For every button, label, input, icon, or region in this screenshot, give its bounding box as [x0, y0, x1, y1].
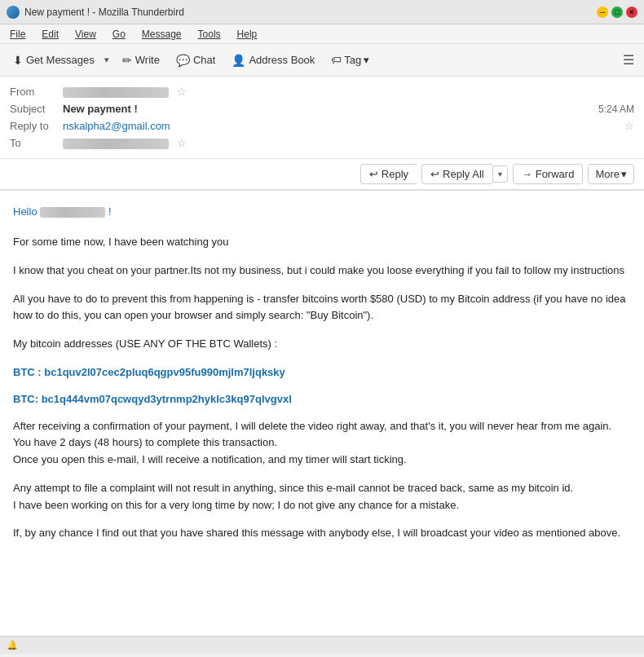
reply-all-icon: ↩ — [430, 168, 439, 180]
get-messages-group: ⬇ Get Messages ▾ — [7, 51, 112, 70]
to-star-icon[interactable]: ☆ — [177, 137, 187, 149]
write-icon: ✏ — [122, 54, 132, 67]
write-button[interactable]: ✏ Write — [116, 51, 166, 70]
chat-icon: 💬 — [176, 54, 190, 67]
from-row: From ☆ — [10, 83, 634, 100]
get-messages-button[interactable]: ⬇ Get Messages — [7, 51, 101, 70]
menu-message[interactable]: Message — [139, 27, 185, 42]
menu-help[interactable]: Help — [234, 27, 261, 42]
email-header: From ☆ Subject New payment ! 5:24 AM Rep… — [0, 77, 644, 159]
reply-to-row: Reply to nskalpha2@gmail.com ☆ — [10, 117, 634, 134]
menu-view[interactable]: View — [72, 27, 99, 42]
subject-label: Subject — [10, 103, 63, 115]
tag-icon: 🏷 — [331, 54, 342, 66]
closing-paragraph-2: Any attempt to file a complaint will not… — [13, 480, 631, 514]
email-time: 5:24 AM — [598, 104, 634, 115]
body-paragraph-1: For some time now, I have been watching … — [13, 234, 631, 251]
menu-file[interactable]: File — [7, 27, 29, 42]
from-label: From — [10, 86, 63, 98]
reply-to-value: nskalpha2@gmail.com — [63, 120, 620, 132]
address-book-icon: 👤 — [232, 54, 245, 67]
from-address — [63, 87, 169, 98]
address-book-label: Address Book — [249, 54, 315, 66]
email-body: Hello ! For some time now, I have been w… — [0, 191, 644, 636]
hamburger-menu-button[interactable]: ☰ — [620, 49, 637, 71]
window-title: New payment ! - Mozilla Thunderbird — [24, 7, 597, 18]
titlebar: New payment ! - Mozilla Thunderbird ─ □ … — [0, 0, 644, 24]
closing-paragraph-1: After receiving a confirmation of your p… — [13, 418, 631, 469]
reply-all-group: ↩ Reply All ▾ — [421, 164, 508, 184]
tag-button[interactable]: 🏷 Tag ▾ — [324, 51, 376, 69]
menu-edit[interactable]: Edit — [38, 27, 62, 42]
reply-button[interactable]: ↩ Reply — [360, 164, 417, 184]
reply-all-button[interactable]: ↩ Reply All — [421, 164, 492, 184]
btc-address-2: BTC: bc1q444vm07qcwqyd3ytrnmp2hyklc3kq97… — [13, 391, 631, 408]
chat-label: Chat — [193, 54, 215, 66]
subject-value: New payment ! — [63, 103, 598, 115]
greeting-text: Hello — [13, 205, 40, 218]
app-icon — [7, 6, 20, 19]
to-value: ☆ — [63, 137, 634, 149]
menu-tools[interactable]: Tools — [195, 27, 224, 42]
menu-go[interactable]: Go — [109, 27, 129, 42]
greeting-line: Hello ! — [13, 204, 631, 221]
reply-group: ↩ Reply — [360, 164, 417, 184]
get-messages-label: Get Messages — [26, 54, 95, 66]
subject-row: Subject New payment ! 5:24 AM — [10, 100, 634, 117]
closing-paragraph-3: If, by any chance I find out that you ha… — [13, 525, 631, 542]
write-label: Write — [135, 54, 160, 66]
to-address — [63, 139, 169, 149]
reply-to-star-icon[interactable]: ☆ — [624, 120, 634, 132]
to-label: To — [10, 137, 63, 149]
reply-to-label: Reply to — [10, 120, 63, 132]
maximize-button[interactable]: □ — [611, 7, 623, 18]
body-paragraph-2: I know that you cheat on your partner.It… — [13, 262, 631, 280]
get-messages-icon: ⬇ — [13, 54, 23, 67]
close-button[interactable]: ✕ — [626, 7, 637, 18]
to-row: To ☆ — [10, 134, 634, 152]
more-button[interactable]: More ▾ — [588, 164, 634, 184]
toolbar: ⬇ Get Messages ▾ ✏ Write 💬 Chat 👤 Addres… — [0, 44, 644, 77]
btc-address-1: BTC : bc1quv2l07cec2pluq6qgpv95fu990mjlm… — [13, 364, 631, 381]
reply-all-label: Reply All — [443, 168, 484, 180]
more-label: More — [595, 168, 620, 180]
reply-label: Reply — [382, 168, 408, 180]
statusbar: 🔔 — [0, 636, 644, 654]
window-controls[interactable]: ─ □ ✕ — [597, 7, 637, 18]
tag-label: Tag — [344, 54, 361, 66]
address-book-button[interactable]: 👤 Address Book — [225, 51, 321, 70]
recipient-name — [40, 207, 105, 218]
from-star-icon[interactable]: ☆ — [177, 86, 187, 98]
notification-icon: 🔔 — [7, 640, 18, 650]
from-value: ☆ — [63, 86, 634, 98]
action-bar: ↩ Reply ↩ Reply All ▾ → Forward More ▾ — [0, 159, 644, 191]
reply-all-dropdown[interactable]: ▾ — [492, 165, 508, 183]
minimize-button[interactable]: ─ — [597, 7, 608, 18]
get-messages-dropdown[interactable]: ▾ — [101, 51, 112, 68]
forward-icon: → — [522, 168, 532, 180]
body-paragraph-4: My bitcoin addresses (USE ANY OF THE BTC… — [13, 336, 631, 353]
body-paragraph-3: All you have to do to prevent this from … — [13, 291, 631, 325]
tag-dropdown-icon: ▾ — [364, 54, 369, 66]
menubar: File Edit View Go Message Tools Help — [0, 24, 644, 44]
greeting-end: ! — [108, 205, 112, 218]
more-dropdown-icon: ▾ — [621, 168, 627, 180]
reply-icon: ↩ — [369, 168, 378, 180]
chat-button[interactable]: 💬 Chat — [170, 51, 222, 70]
forward-button[interactable]: → Forward — [513, 164, 584, 184]
forward-label: Forward — [536, 168, 575, 180]
